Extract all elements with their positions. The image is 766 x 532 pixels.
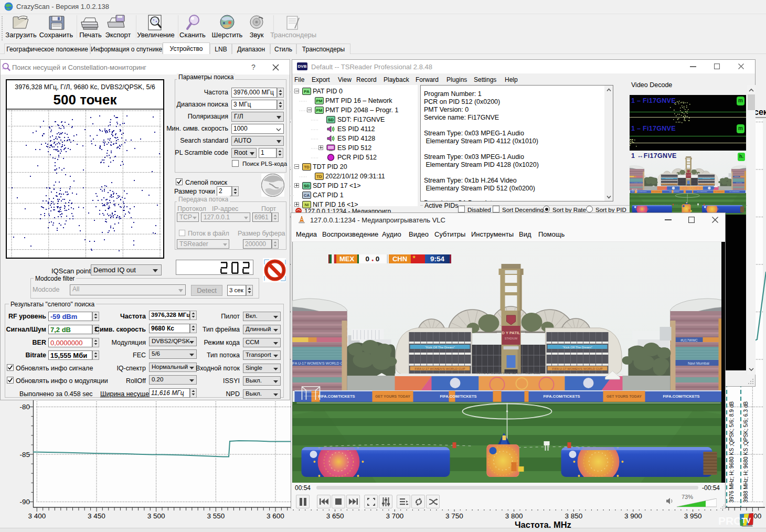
svg-text:3 850: 3 850 [565,512,582,520]
svg-text:3 600: 3 600 [267,512,284,520]
svg-text:3 450: 3 450 [88,512,105,520]
svg-text:-85: -85 [19,451,30,459]
svg-text:сек: сек [754,108,766,116]
svg-text:3 500: 3 500 [147,512,165,520]
svg-text:-90: -90 [19,498,30,506]
svg-text:3 700: 3 700 [386,512,403,520]
svg-text:-80: -80 [19,403,30,411]
svg-text:3976 MHz; H; 9680 KS ;QPSK; 5/: 3976 MHz; H; 9680 KS ;QPSK; 5/6; 8.9 dB [729,401,735,503]
svg-text:3 800: 3 800 [505,512,523,520]
svg-text:3988 MHz; H; 9680 KS ;QPSK; 5/: 3988 MHz; H; 9680 KS ;QPSK; 5/6; 6.3 dB [743,401,749,503]
svg-text:3 650: 3 650 [326,512,344,520]
svg-text:3 950: 3 950 [684,512,702,520]
svg-text:3 550: 3 550 [207,512,225,520]
svg-text:3 400: 3 400 [28,512,46,520]
svg-text:TV: TV [741,516,751,525]
svg-text:3 750: 3 750 [445,512,463,520]
svg-text:3 900: 3 900 [624,512,642,520]
